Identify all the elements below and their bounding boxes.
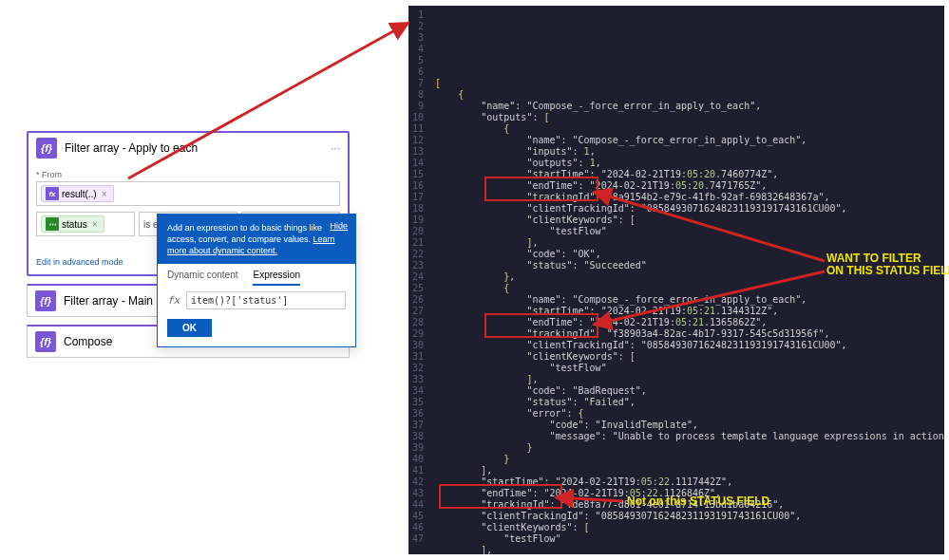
code-line[interactable]: } [435,442,944,454]
token-label: result(..) [62,189,97,199]
status-token[interactable]: ⋯ status × [41,215,104,233]
code-area[interactable]: [ { "name": "Compose_-_force_error_in_ap… [429,6,944,554]
code-line[interactable]: "clientTrackingId": "0858493071624823119… [435,203,944,215]
code-line[interactable]: "endTime": "2024-02-21T19:05:20.7471765Z… [435,180,944,192]
from-label: * From [36,170,340,179]
code-line[interactable]: "clientKeywords": [ [435,522,944,533]
code-line[interactable]: "name": "Compose_-_force_error_in_apply_… [435,135,944,146]
card-menu-icon[interactable]: ··· [331,141,340,155]
card-title: Compose [64,335,112,348]
code-line[interactable]: "endTime": "2024-02-21T19:05:21.1365862Z… [435,317,944,328]
code-line[interactable]: { [435,283,944,294]
code-line[interactable]: "trackingId": "f38903a4-82ac-4b17-9317-5… [435,328,944,340]
token-remove-icon[interactable]: × [100,189,109,199]
code-line[interactable]: "testFlow" [435,533,944,545]
tab-expression[interactable]: Expression [253,270,299,286]
status-icon: ⋯ [46,217,59,231]
expression-input-row: fx item()?['status'] [158,286,355,315]
code-line[interactable]: "startTime": "2024-02-21T19:05:20.746077… [435,169,944,180]
code-line[interactable]: "clientTrackingId": "0858493071624823119… [435,340,944,351]
tabs: Dynamic content Expression [158,264,355,286]
code-line[interactable]: "clientKeywords": [ [435,351,944,363]
filter-icon: {f} [36,138,57,159]
code-line[interactable]: { [435,123,944,135]
expression-input[interactable]: item()?['status'] [186,291,346,309]
code-line[interactable]: "error": { [435,408,944,420]
fx-icon: fx [46,187,59,200]
line-gutter: 1234567891011121314151617181920212223242… [408,6,429,554]
code-line[interactable]: [ [435,78,944,89]
from-input[interactable]: fx result(..) × [36,181,340,206]
code-line[interactable]: { [435,89,944,101]
help-text: Add an expression to do basic things lik… [167,223,322,244]
hide-link[interactable]: Hide [330,220,348,232]
compose-icon: {f} [35,331,56,352]
code-line[interactable]: "status": "Failed", [435,397,944,408]
code-line[interactable]: ], [435,374,944,385]
annotation-not-this: Not on this STATUS FIELD [627,495,769,508]
code-line[interactable]: "outputs": [ [435,112,944,123]
tab-dynamic-content[interactable]: Dynamic content [167,270,237,286]
cond-left-input[interactable]: ⋯ status × [36,212,135,236]
code-line[interactable]: "outputs": 1, [435,158,944,169]
code-line[interactable]: "testFlow" [435,226,944,237]
result-token[interactable]: fx result(..) × [41,185,114,202]
expression-help-banner: Add an expression to do basic things lik… [158,215,355,264]
token-remove-icon[interactable]: × [90,219,100,230]
code-line[interactable]: "clientKeywords": [ [435,215,944,226]
expression-popup: Add an expression to do basic things lik… [157,214,356,347]
card-title: Filter array - Apply to each [65,141,198,155]
code-line[interactable]: "clientTrackingId": "0858493071624823119… [435,511,944,522]
json-editor[interactable]: 1234567891011121314151617181920212223242… [408,6,944,554]
code-line[interactable]: } [435,454,944,465]
filter-icon: {f} [35,290,56,311]
code-line[interactable]: "trackingId": "8a9154b2-e79c-41fb-92af-6… [435,192,944,203]
token-label: status [62,219,87,230]
fx-icon: fx [167,294,182,307]
advanced-mode-link[interactable]: Edit in advanced mode [36,257,123,267]
code-line[interactable]: "testFlow" [435,363,944,374]
code-line[interactable]: "name": "Compose_-_force_error_in_apply_… [435,294,944,306]
annotation-want-filter: WANT TO FILTER ON THIS STATUS FIELD [826,252,940,277]
code-line[interactable]: "name": "Compose_-_force_error_in_apply_… [435,101,944,112]
code-line[interactable]: "inputs": 1, [435,146,944,158]
ok-button[interactable]: OK [167,319,212,337]
card-header[interactable]: {f} Filter array - Apply to each ··· [28,133,348,163]
code-line[interactable]: "code": "InvalidTemplate", [435,420,944,431]
code-line[interactable]: "startTime": "2024-02-21T19:05:22.111744… [435,476,944,488]
code-line[interactable]: ], [435,237,944,249]
code-line[interactable]: ], [435,545,944,554]
code-line[interactable]: "startTime": "2024-02-21T19:05:21.134431… [435,306,944,317]
code-line[interactable]: ], [435,465,944,476]
code-line[interactable]: "message": "Unable to process template l… [435,431,944,442]
code-line[interactable]: "code": "BadRequest", [435,385,944,397]
